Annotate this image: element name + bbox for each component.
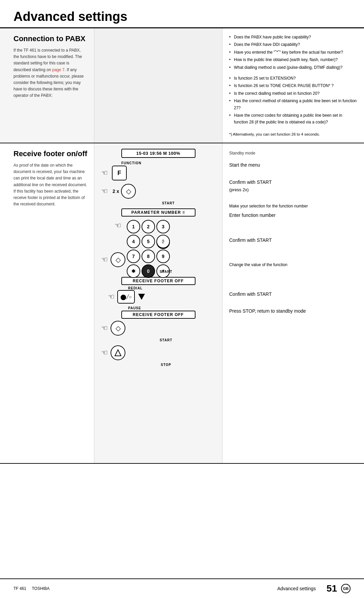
redial-button: ⬤╱○	[117, 290, 135, 304]
bullet-1: Does the PABX have public line capabilit…	[229, 34, 357, 40]
bullet-4: How is the public line obtained (earth k…	[229, 56, 357, 63]
connection-right: Does the PABX have public line capabilit…	[222, 28, 364, 143]
connection-left: Connection to PABX If the TF 461 is conn…	[0, 28, 94, 143]
key-9: 9	[156, 250, 170, 263]
hand-icon-7: ☞	[101, 348, 108, 357]
step-start-2x: ☞ 2 x ◇ START	[101, 184, 215, 205]
start-arrow-3: ◇	[111, 321, 125, 336]
connection-title: Connection to PABX	[13, 34, 87, 43]
param-bar: PARAMETER NUMBER =	[121, 208, 195, 217]
step-row-stop: ☞	[101, 345, 215, 360]
start-label-1: START	[121, 201, 215, 205]
content-area: Connection to PABX If the TF 461 is conn…	[0, 28, 364, 464]
footer-title: Receive footer on/off	[13, 149, 87, 158]
step-desc-stop: Press STOP, return to standby mode	[229, 307, 357, 315]
hand-icon-2: ☞	[101, 187, 108, 196]
page-title: Advanced settings	[0, 0, 364, 28]
footer-brand: TOSHIBA	[32, 586, 49, 591]
step-row-start-final: ☞ ◇	[101, 321, 215, 336]
keypad: 1 2 3 4 5 6 7 8 9 ✱ 0 #	[127, 220, 170, 278]
function-key-button: F	[112, 166, 127, 180]
connection-bullets-2: Is function 25 set to EXTENSION? Is func…	[229, 75, 357, 126]
step-stop: ☞ STOP	[101, 345, 215, 367]
step-desc-confirm-start: Confirm with START(press 2x)	[229, 178, 357, 194]
key-7: 7	[127, 250, 140, 263]
footer-middle: 15-03 19:56 M 100% FUNCTION ☞ F ☞ 2 x ◇	[94, 143, 222, 463]
key-1: 1	[127, 220, 140, 233]
start-arrow-2: ◇	[111, 252, 125, 267]
hand-icon-3: ☞	[115, 221, 121, 230]
hand-icon-6: ☞	[101, 324, 108, 333]
page-ref: page 7	[52, 67, 65, 72]
footer-section-label: Advanced settings	[277, 586, 316, 591]
page: Advanced settings Connection to PABX If …	[0, 0, 364, 598]
footer-left: Receive footer on/off As proof of the da…	[0, 143, 94, 463]
bullet-5: What dialling method is used (pulse-dial…	[229, 64, 357, 71]
pause-label: PAUSE	[128, 306, 215, 310]
hand-icon-1: ☞	[101, 169, 108, 177]
bullet-8: Is the correct dialling method set in fu…	[229, 90, 357, 97]
key-2: 2	[142, 220, 155, 233]
step-row-function: ☞ F	[101, 166, 215, 180]
footer-right-section: Advanced settings 51 GB	[277, 583, 351, 594]
footer-body: As proof of the date on which the docume…	[13, 162, 87, 207]
page-footer: TF 461 TOSHIBA Advanced settings 51 GB	[0, 578, 364, 598]
step-row-start2x: ☞ 2 x ◇	[101, 184, 215, 199]
step-desc-start-menu: Start the menu	[229, 161, 357, 169]
stop-label: STOP	[117, 363, 215, 367]
page-number: 51	[327, 583, 337, 594]
bullet-2: Does the PABX have DDI capability?	[229, 41, 357, 48]
key-5: 5	[142, 235, 155, 248]
redial-label: REDIAL	[128, 286, 215, 290]
connection-body: If the TF 461 is connected to a PABX, th…	[13, 47, 87, 99]
step-desc-selection: Make your selection for the function num…	[229, 203, 357, 209]
bullet-3: Have you entered the "˜*˜" key before th…	[229, 49, 357, 56]
step-desc-enter-fn: Enter function number	[229, 211, 357, 219]
hand-icon-5: ☞	[108, 292, 115, 301]
times-label: 2 x	[113, 189, 119, 194]
triangle-down-icon	[138, 294, 145, 300]
step-desc-standby: Standby mode	[229, 150, 357, 156]
step-desc-change: Change the value of the function	[229, 262, 357, 268]
function-label: FUNCTION	[121, 161, 215, 165]
key-4: 4	[127, 235, 140, 248]
step-start-final: ☞ ◇ START	[101, 321, 215, 342]
step-desc-confirm-2: Confirm with START	[229, 236, 357, 244]
key-3: 3	[156, 220, 170, 233]
receive-footer-bar-1: RECEIVE FOOTER OFF	[121, 277, 195, 285]
step-desc-confirm-3: Confirm with START	[229, 290, 357, 298]
receive-footer-bar-2: RECEIVE FOOTER OFF	[121, 311, 195, 319]
key-star: ✱	[127, 264, 140, 278]
svg-marker-0	[115, 350, 121, 356]
section-footer: Receive footer on/off As proof of the da…	[0, 143, 364, 464]
bullet-10: Have the correct codes for obtaining a p…	[229, 112, 357, 126]
start-arrow-1: ◇	[121, 184, 136, 199]
gb-badge: GB	[341, 584, 351, 593]
connection-middle	[94, 28, 222, 143]
step-row-redial: ☞ ⬤╱○	[108, 290, 215, 304]
connection-bullets: Does the PABX have public line capabilit…	[229, 34, 357, 71]
bullet-9: Has the correct method of obtaining a pu…	[229, 97, 357, 111]
section-connection: Connection to PABX If the TF 461 is conn…	[0, 28, 364, 143]
footer-left: TF 461 TOSHIBA	[13, 586, 50, 591]
bullet-6: Is function 25 set to EXTENSION?	[229, 75, 357, 82]
stop-button	[111, 345, 125, 360]
bullet-7: Is function 26 set to TONE CHECK PAUSE B…	[229, 82, 357, 89]
footer-model: TF 461	[13, 586, 26, 591]
key-0-highlight: 0	[142, 264, 155, 278]
hand-icon-4: ☞	[101, 255, 108, 264]
footer-right-col: Standby mode Start the menu Confirm with…	[222, 143, 364, 463]
step-function: FUNCTION ☞ F	[101, 161, 215, 180]
key-8: 8	[142, 250, 155, 263]
start-label-3: START	[117, 338, 215, 342]
pabx-note: *) Alternatively, you can set function 2…	[229, 131, 357, 137]
display-bar: 15-03 19:56 M 100%	[121, 149, 195, 158]
